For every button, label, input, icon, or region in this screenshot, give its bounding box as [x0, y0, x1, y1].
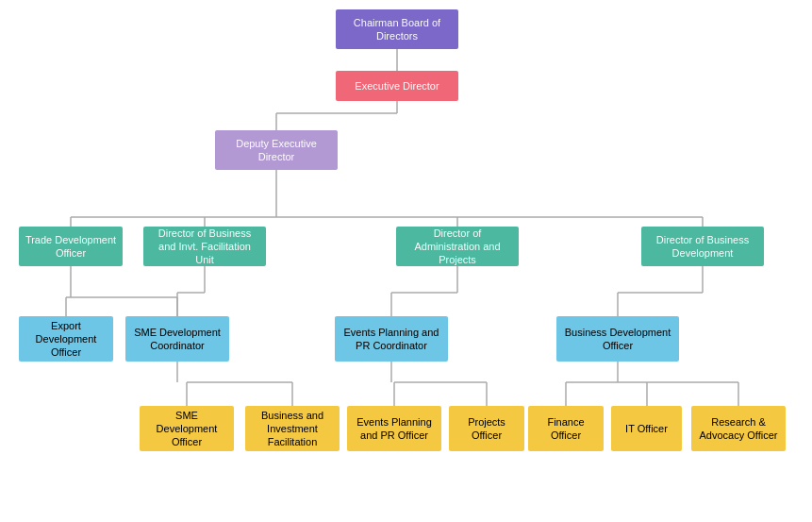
node-events_coord: Events Planning and PR Coordinator [335, 316, 448, 362]
node-fin_off: Finance Officer [528, 406, 604, 451]
node-sme_dev_off: SME Development Officer [140, 406, 234, 451]
node-events_off: Events Planning and PR Officer [347, 406, 441, 451]
node-biz_inv_fac: Business and Investment Facilitation [245, 406, 340, 451]
node-exec_dir: Executive Director [336, 71, 458, 101]
node-sme_coord: SME Development Coordinator [125, 316, 229, 362]
node-export_dev: Export Development Officer [19, 316, 113, 362]
node-chairman: Chairman Board of Directors [336, 9, 458, 49]
node-proj_off: Projects Officer [449, 406, 524, 451]
node-dir_biz_inv: Director of Business and Invt. Facilitat… [143, 227, 266, 266]
org-chart: Chairman Board of DirectorsExecutive Dir… [0, 0, 812, 522]
node-dir_biz_dev: Director of Business Development [641, 227, 764, 266]
node-biz_dev_off: Business Development Officer [556, 316, 679, 362]
node-res_adv: Research & Advocacy Officer [691, 406, 786, 451]
node-dep_exec: Deputy Executive Director [215, 130, 338, 170]
node-trade_dev: Trade Development Officer [19, 227, 123, 266]
node-it_off: IT Officer [611, 406, 682, 451]
node-dir_admin: Director of Administration and Projects [396, 227, 519, 266]
